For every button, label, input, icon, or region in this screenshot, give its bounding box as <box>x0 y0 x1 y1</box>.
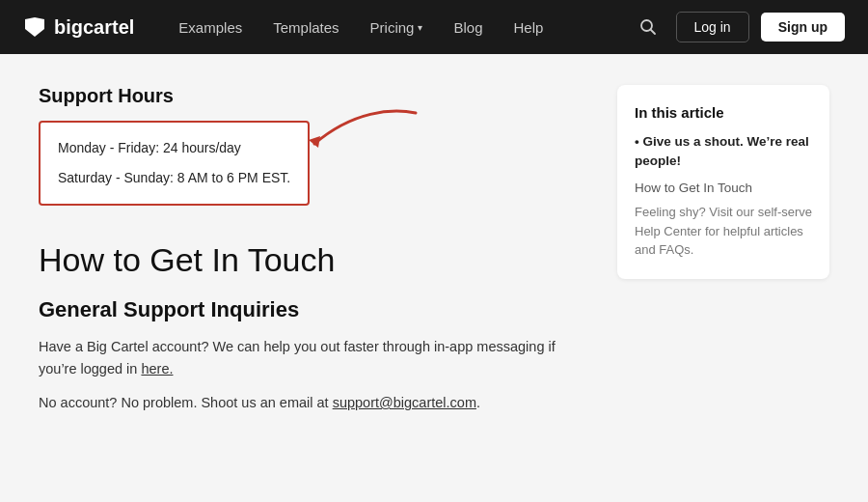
nav-item-help[interactable]: Help <box>500 12 556 43</box>
navbar: bigcartel Examples Templates Pricing ▾ B… <box>0 0 868 54</box>
nav-links: Examples Templates Pricing ▾ Blog Help <box>165 12 631 43</box>
hours-box: Monday - Friday: 24 hours/day Saturday -… <box>39 121 310 206</box>
hours-line-1: Monday - Friday: 24 hours/day <box>58 138 290 158</box>
sidebar-item-1[interactable]: Give us a shout. We’re real people! <box>635 132 812 172</box>
logo-text: bigcartel <box>54 16 134 39</box>
nav-item-blog[interactable]: Blog <box>440 12 496 43</box>
sidebar-title: In this article <box>635 104 812 121</box>
page-body: Support Hours Monday - Friday: 24 hours/… <box>0 54 868 502</box>
sidebar-item-2[interactable]: How to Get In Touch <box>635 180 812 198</box>
search-icon <box>639 18 657 36</box>
paragraph-2: No account? No problem. Shoot us an emai… <box>39 392 579 414</box>
hours-line-2: Saturday - Sunday: 8 AM to 6 PM EST. <box>58 168 290 188</box>
highlight-arrow <box>295 103 420 156</box>
svg-line-1 <box>650 30 655 35</box>
nav-item-templates[interactable]: Templates <box>259 12 352 43</box>
svg-marker-2 <box>309 136 320 148</box>
search-button[interactable] <box>632 11 665 43</box>
email-link[interactable]: support@bigcartel.com <box>333 395 476 410</box>
login-button[interactable]: Log in <box>676 12 749 42</box>
general-support-heading: General Support Inquiries <box>39 297 579 322</box>
paragraph-1: Have a Big Cartel account? We can help y… <box>39 336 579 380</box>
nav-item-examples[interactable]: Examples <box>165 12 256 43</box>
nav-actions: Log in Sign up <box>632 11 845 43</box>
nav-logo[interactable]: bigcartel <box>23 16 134 39</box>
chevron-down-icon: ▾ <box>418 22 422 33</box>
here-link[interactable]: here. <box>141 361 173 376</box>
sidebar: In this article Give us a shout. We’re r… <box>617 85 829 471</box>
nav-item-pricing[interactable]: Pricing ▾ <box>357 12 437 43</box>
sidebar-card: In this article Give us a shout. We’re r… <box>617 85 829 279</box>
main-content: Support Hours Monday - Friday: 24 hours/… <box>39 85 579 471</box>
signup-button[interactable]: Sign up <box>761 13 845 42</box>
sidebar-help-text: Feeling shy? Visit our self-serve Help C… <box>635 203 812 260</box>
bigcartel-logo-icon <box>23 17 46 37</box>
how-to-get-in-touch-heading: How to Get In Touch <box>39 240 579 280</box>
